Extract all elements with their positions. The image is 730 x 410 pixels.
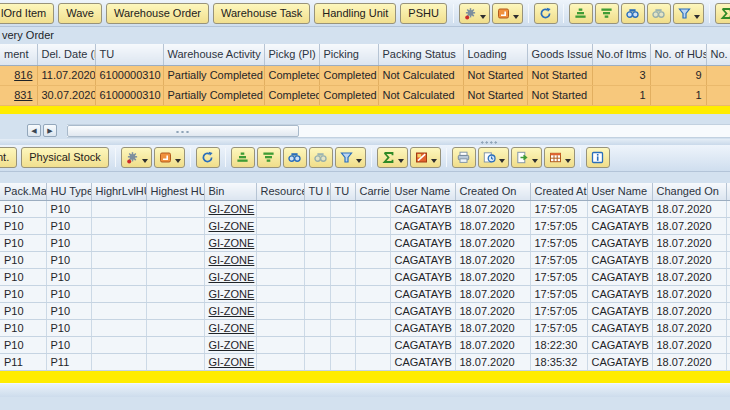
- bin-link[interactable]: GI-ZONE: [204, 320, 256, 337]
- subtotals-button[interactable]: [410, 147, 441, 168]
- column-header[interactable]: HU Type: [46, 183, 91, 201]
- find-button[interactable]: [621, 3, 645, 24]
- settings-button[interactable]: [121, 147, 152, 168]
- column-header[interactable]: TU: [95, 44, 163, 65]
- column-header[interactable]: C: [726, 183, 730, 201]
- layout-variant-button[interactable]: [154, 147, 185, 168]
- column-header[interactable]: No.of Itms: [592, 44, 650, 65]
- column-header[interactable]: Packing Status: [378, 44, 463, 65]
- information-button[interactable]: [586, 147, 610, 168]
- set-filter-button[interactable]: [673, 3, 704, 24]
- column-header[interactable]: Changed On: [652, 183, 726, 201]
- refresh-button[interactable]: [534, 3, 558, 24]
- object-view-button[interactable]: Warehouse Task: [213, 3, 310, 24]
- cell-created-by: CAGATAYB: [390, 354, 455, 371]
- bin-link[interactable]: GI-ZONE: [204, 201, 256, 218]
- column-header[interactable]: TU: [330, 183, 355, 201]
- cell-tu-int: [304, 320, 330, 337]
- bin-link[interactable]: GI-ZONE: [204, 218, 256, 235]
- print-preview-button[interactable]: [478, 147, 509, 168]
- object-view-button[interactable]: Physical Stock: [21, 147, 109, 168]
- print-button[interactable]: [452, 147, 476, 168]
- hu-table-wrapper: Pack.Mat.HU TypeHighrLvlHUHighest HUBinR…: [0, 183, 730, 372]
- pane-splitter[interactable]: [0, 139, 730, 145]
- find-button[interactable]: [283, 147, 307, 168]
- column-header[interactable]: Created At: [530, 183, 587, 201]
- spacer: [0, 114, 730, 123]
- total-button[interactable]: [715, 3, 730, 24]
- column-header[interactable]: User Name: [587, 183, 652, 201]
- bin-link[interactable]: GI-ZONE: [204, 303, 256, 320]
- scroll-left-button[interactable]: ◀: [27, 124, 41, 137]
- refresh-button[interactable]: [196, 147, 220, 168]
- column-header[interactable]: Picking: [319, 44, 378, 65]
- scrollbar-track[interactable]: [67, 124, 730, 138]
- sort-ascending-icon: [574, 7, 587, 20]
- sort-ascending-button[interactable]: [569, 3, 593, 24]
- layout-variant-button[interactable]: [492, 3, 523, 24]
- refresh-icon: [201, 151, 214, 164]
- object-view-button[interactable]: nt.: [0, 147, 17, 168]
- cell-packing-status: Not Calculated: [378, 65, 463, 85]
- column-header[interactable]: Highest HU: [146, 183, 204, 201]
- cell-extra: [706, 85, 730, 105]
- cell-pack-mat: P10: [0, 269, 46, 286]
- cell-resource: [256, 320, 304, 337]
- sigma-icon: [720, 7, 730, 20]
- cell-changed-at: 1: [726, 269, 730, 286]
- export-button[interactable]: [511, 147, 542, 168]
- column-header[interactable]: Created On: [455, 183, 530, 201]
- scroll-right-button[interactable]: ▶: [43, 124, 57, 137]
- bin-link[interactable]: GI-ZONE: [204, 252, 256, 269]
- column-header[interactable]: Bin: [204, 183, 256, 201]
- total-button[interactable]: [377, 147, 408, 168]
- column-header[interactable]: HighrLvlHU: [91, 183, 146, 201]
- settings-button[interactable]: [459, 3, 490, 24]
- column-header[interactable]: Loading: [463, 44, 527, 65]
- bin-link[interactable]: GI-ZONE: [204, 286, 256, 303]
- cell-tu: [330, 303, 355, 320]
- column-header[interactable]: Pack.Mat.: [0, 183, 46, 201]
- column-header[interactable]: No.: [706, 44, 730, 65]
- arrow-right-icon: ▶: [47, 127, 52, 134]
- column-header[interactable]: Goods Issue: [527, 44, 592, 65]
- bin-link[interactable]: GI-ZONE: [204, 235, 256, 252]
- column-header[interactable]: User Name: [390, 183, 455, 201]
- bin-link[interactable]: GI-ZONE: [204, 354, 256, 371]
- choose-layout-button[interactable]: [544, 147, 575, 168]
- column-header[interactable]: No. of HUs: [650, 44, 706, 65]
- cell-carrier: [355, 269, 390, 286]
- find-next-button[interactable]: [647, 3, 671, 24]
- column-header[interactable]: Resource: [256, 183, 304, 201]
- object-view-button[interactable]: PSHU: [400, 3, 447, 24]
- cell-resource: [256, 337, 304, 354]
- object-view-button[interactable]: Warehouse Order: [106, 3, 209, 24]
- cell-created-on: 18.07.2020: [455, 201, 530, 218]
- column-header[interactable]: Pickg (Pl): [264, 44, 319, 65]
- sort-descending-button[interactable]: [595, 3, 619, 24]
- cell-pack-mat: P11: [0, 354, 46, 371]
- delivery-document-link[interactable]: 816: [0, 65, 37, 85]
- cell-tu-int: [304, 354, 330, 371]
- cell-highest-hu: [146, 320, 204, 337]
- column-header[interactable]: ment: [0, 44, 37, 65]
- column-header[interactable]: Carrier: [355, 183, 390, 201]
- separator: [528, 4, 529, 23]
- bin-link[interactable]: GI-ZONE: [204, 269, 256, 286]
- cell-created-at: 17:57:05: [530, 235, 587, 252]
- column-header[interactable]: Del. Date (Pl.): [37, 44, 95, 65]
- cell-created-on: 18.07.2020: [455, 303, 530, 320]
- sort-descending-button[interactable]: [257, 147, 281, 168]
- sort-ascending-button[interactable]: [231, 147, 255, 168]
- cell-tu-int: [304, 235, 330, 252]
- set-filter-button[interactable]: [335, 147, 366, 168]
- column-header[interactable]: Warehouse Activity: [163, 44, 264, 65]
- object-view-button[interactable]: lOrd Item: [0, 3, 54, 24]
- bin-link[interactable]: GI-ZONE: [204, 337, 256, 354]
- column-header[interactable]: TU Int: [304, 183, 330, 201]
- scrollbar-thumb[interactable]: [67, 125, 299, 137]
- object-view-button[interactable]: Handling Unit: [314, 3, 396, 24]
- object-view-button[interactable]: Wave: [58, 3, 102, 24]
- find-next-button[interactable]: [309, 147, 333, 168]
- delivery-document-link[interactable]: 831: [0, 85, 37, 105]
